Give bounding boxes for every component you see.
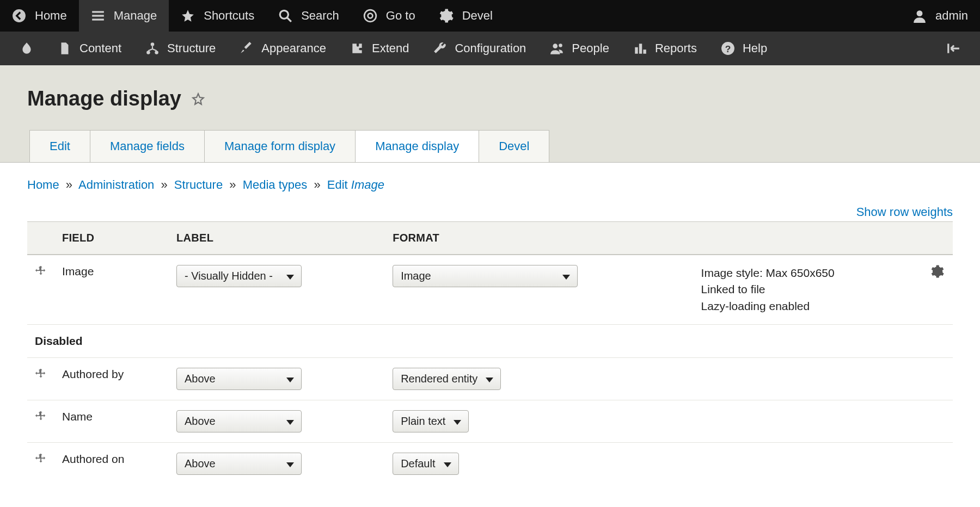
svg-point-0 bbox=[13, 9, 26, 22]
image-summary: Image style: Max 650x650 Linked to file … bbox=[694, 255, 922, 325]
name-label-select[interactable]: Above bbox=[176, 410, 302, 432]
help-label: Help bbox=[743, 41, 767, 55]
display-fields-table: FIELD LABEL FORMAT Image - Visually Hidd… bbox=[27, 221, 953, 485]
authored-on-label-select[interactable]: Above bbox=[176, 453, 302, 475]
label-select-wrap: Above bbox=[176, 368, 302, 390]
drupal-home-button[interactable] bbox=[8, 32, 46, 65]
field-row-image: Image - Visually Hidden - Image Image st… bbox=[27, 255, 953, 325]
svg-rect-14 bbox=[635, 47, 638, 54]
svg-rect-19 bbox=[947, 44, 949, 53]
tab-manage-form-display[interactable]: Manage form display bbox=[204, 130, 356, 162]
content-region: Home » Administration » Structure » Medi… bbox=[0, 163, 980, 506]
svg-text:?: ? bbox=[725, 44, 731, 54]
label-select-wrap: - Visually Hidden - bbox=[176, 265, 302, 287]
svg-point-12 bbox=[553, 44, 558, 48]
drag-handle-icon[interactable] bbox=[35, 265, 47, 277]
field-name-cell: Image bbox=[54, 255, 169, 325]
shortcuts-button[interactable]: Shortcuts bbox=[169, 0, 266, 32]
search-label: Search bbox=[301, 9, 339, 23]
people-icon bbox=[550, 41, 564, 55]
collapse-left-icon bbox=[946, 41, 960, 55]
breadcrumb-sep: » bbox=[63, 178, 76, 191]
hierarchy-icon bbox=[145, 41, 160, 55]
back-home-button[interactable]: Home bbox=[0, 0, 79, 32]
breadcrumb-sep: » bbox=[157, 178, 170, 191]
breadcrumb-edit[interactable]: Edit bbox=[327, 178, 348, 191]
extend-label: Extend bbox=[372, 41, 409, 55]
breadcrumb-sep: » bbox=[310, 178, 323, 191]
format-select-wrap: Plain text bbox=[393, 410, 469, 432]
search-button[interactable]: Search bbox=[266, 0, 351, 32]
user-account-button[interactable]: admin bbox=[901, 0, 980, 32]
user-icon bbox=[912, 9, 927, 23]
image-label-select[interactable]: - Visually Hidden - bbox=[176, 265, 302, 287]
svg-point-10 bbox=[146, 51, 150, 54]
goto-label: Go to bbox=[386, 9, 415, 23]
devel-label: Devel bbox=[462, 9, 493, 23]
collapse-toolbar-button[interactable] bbox=[934, 32, 972, 65]
structure-label: Structure bbox=[167, 41, 216, 55]
extend-button[interactable]: Extend bbox=[338, 32, 421, 65]
tab-manage-fields[interactable]: Manage fields bbox=[90, 130, 205, 162]
breadcrumb-home[interactable]: Home bbox=[27, 178, 59, 191]
devel-button[interactable]: Devel bbox=[427, 0, 505, 32]
star-icon bbox=[181, 9, 195, 23]
content-label: Content bbox=[79, 41, 121, 55]
page-title: Manage display bbox=[27, 87, 181, 110]
people-button[interactable]: People bbox=[538, 32, 621, 65]
breadcrumb-current[interactable]: Image bbox=[351, 178, 384, 191]
col-field: FIELD bbox=[54, 222, 169, 255]
user-label: admin bbox=[935, 9, 968, 23]
reports-button[interactable]: Reports bbox=[621, 32, 709, 65]
tab-manage-display[interactable]: Manage display bbox=[355, 130, 479, 162]
image-summary-line-3: Lazy-loading enabled bbox=[701, 298, 915, 314]
breadcrumb-structure[interactable]: Structure bbox=[174, 178, 223, 191]
show-row-weights-wrapper: Show row weights bbox=[27, 205, 953, 219]
col-label: LABEL bbox=[169, 222, 385, 255]
field-name-cell: Authored by bbox=[54, 358, 169, 400]
admin-toolbar-sub: Content Structure Appearance Extend Conf… bbox=[0, 32, 980, 65]
show-row-weights-link[interactable]: Show row weights bbox=[856, 205, 953, 219]
configuration-button[interactable]: Configuration bbox=[421, 32, 538, 65]
reports-label: Reports bbox=[655, 41, 697, 55]
tab-edit[interactable]: Edit bbox=[29, 130, 90, 162]
svg-line-5 bbox=[287, 17, 291, 22]
tab-devel[interactable]: Devel bbox=[479, 130, 549, 162]
format-select-wrap: Image bbox=[393, 265, 578, 287]
manage-button[interactable]: Manage bbox=[79, 0, 169, 32]
field-name-cell: Name bbox=[54, 400, 169, 443]
drag-handle-icon[interactable] bbox=[35, 410, 47, 422]
image-format-select[interactable]: Image bbox=[393, 265, 578, 287]
breadcrumb-sep: » bbox=[226, 178, 239, 191]
svg-point-7 bbox=[368, 14, 373, 18]
home-label: Home bbox=[35, 9, 67, 23]
svg-rect-3 bbox=[92, 18, 104, 20]
favorite-star-icon[interactable] bbox=[191, 92, 205, 106]
drupal-icon bbox=[20, 41, 34, 55]
authored-by-format-select[interactable]: Rendered entity bbox=[393, 368, 501, 390]
authored-on-format-select[interactable]: Default bbox=[393, 453, 458, 475]
image-settings-button[interactable] bbox=[931, 265, 944, 278]
admin-toolbar-top: Home Manage Shortcuts Search Go to Devel… bbox=[0, 0, 980, 32]
content-button[interactable]: Content bbox=[46, 32, 133, 65]
label-select-wrap: Above bbox=[176, 453, 302, 475]
breadcrumb-media-types[interactable]: Media types bbox=[243, 178, 308, 191]
svg-point-11 bbox=[155, 51, 158, 54]
paintbrush-icon bbox=[240, 41, 254, 55]
svg-point-13 bbox=[559, 44, 563, 47]
drag-handle-icon[interactable] bbox=[35, 368, 47, 380]
name-format-select[interactable]: Plain text bbox=[393, 410, 469, 432]
help-button[interactable]: ? Help bbox=[709, 32, 779, 65]
appearance-button[interactable]: Appearance bbox=[228, 32, 338, 65]
breadcrumb: Home » Administration » Structure » Medi… bbox=[27, 178, 953, 192]
target-icon bbox=[363, 9, 377, 23]
goto-button[interactable]: Go to bbox=[351, 0, 427, 32]
col-drag bbox=[27, 222, 54, 255]
authored-by-label-select[interactable]: Above bbox=[176, 368, 302, 390]
breadcrumb-administration[interactable]: Administration bbox=[78, 178, 154, 191]
section-disabled-label: Disabled bbox=[27, 325, 953, 358]
structure-button[interactable]: Structure bbox=[133, 32, 228, 65]
drag-handle-icon[interactable] bbox=[35, 453, 47, 465]
col-format: FORMAT bbox=[385, 222, 693, 255]
back-icon bbox=[12, 9, 26, 23]
